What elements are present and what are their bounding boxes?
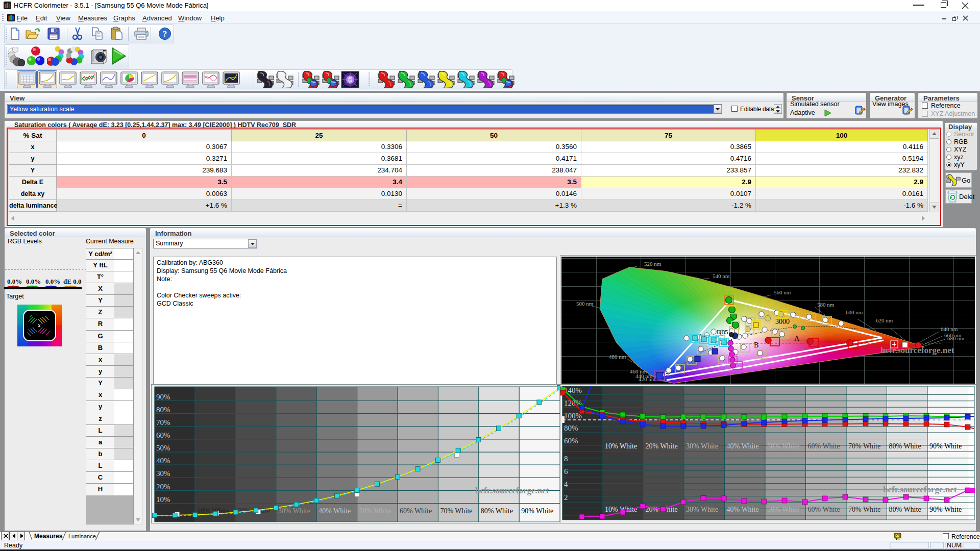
svg-text:6: 6 (564, 467, 568, 475)
svg-text:580 nm: 580 nm (817, 302, 835, 308)
svg-text:30% White: 30% White (278, 507, 310, 515)
svg-text:500 nm: 500 nm (576, 300, 594, 307)
svg-text:20% White: 20% White (646, 442, 678, 450)
svg-text:10%: 10% (156, 495, 170, 504)
svg-text:90%: 90% (156, 393, 170, 401)
svg-text:10% White: 10% White (605, 442, 637, 450)
svg-text:B: B (754, 341, 758, 349)
svg-text:640 nm: 640 nm (941, 326, 958, 332)
svg-text:50% White: 50% White (359, 507, 391, 515)
svg-text:2: 2 (564, 493, 568, 502)
svg-text:50% White: 50% White (767, 506, 799, 513)
svg-text:hcfr.sourceforge.net: hcfr.sourceforge.net (883, 485, 957, 494)
svg-text:60%: 60% (156, 431, 170, 439)
svg-text:40%: 40% (156, 457, 170, 465)
svg-text:680 nm: 680 nm (947, 335, 965, 341)
svg-text:60% White: 60% White (808, 506, 840, 513)
svg-text:?: ? (163, 29, 167, 39)
svg-text:80% White: 80% White (889, 442, 921, 450)
svg-text:70% White: 70% White (848, 506, 880, 513)
svg-text:420 nm: 420 nm (639, 376, 656, 382)
svg-text:Luminance: Luminance (68, 533, 96, 539)
svg-text:620 nm: 620 nm (876, 317, 893, 323)
svg-text:D65: D65 (717, 328, 728, 336)
svg-text:80% White: 80% White (481, 507, 513, 515)
svg-text:60% White: 60% White (400, 507, 432, 515)
svg-text:90% White: 90% White (929, 506, 962, 513)
svg-text:60% White: 60% White (808, 442, 840, 450)
svg-text:90% White: 90% White (929, 442, 962, 450)
svg-text:70%: 70% (156, 418, 170, 427)
svg-text:70% White: 70% White (440, 507, 472, 515)
svg-text:40% White: 40% White (727, 442, 759, 450)
svg-text:520 nm: 520 nm (644, 261, 662, 267)
svg-text:80%: 80% (156, 406, 170, 414)
svg-text:50% White: 50% White (767, 442, 799, 450)
svg-text:90% White: 90% White (521, 507, 553, 515)
svg-text:80%: 80% (564, 424, 578, 432)
svg-text:30%: 30% (156, 469, 170, 478)
svg-text:30% White: 30% White (686, 442, 718, 450)
svg-text:A: A (794, 335, 800, 342)
svg-text:8: 8 (564, 455, 568, 463)
svg-text:40% White: 40% White (727, 506, 759, 513)
svg-text:600 nm: 600 nm (846, 309, 863, 315)
svg-text:540 nm: 540 nm (713, 273, 730, 279)
svg-text:40% White: 40% White (318, 507, 351, 515)
svg-text:480 nm: 480 nm (609, 354, 626, 360)
svg-text:50%: 50% (156, 444, 170, 452)
svg-text:20%: 20% (156, 483, 170, 491)
svg-text:Measures: Measures (34, 533, 63, 540)
svg-text:4: 4 (564, 480, 568, 488)
svg-text:560 nm: 560 nm (774, 289, 791, 295)
svg-text:60%: 60% (564, 437, 578, 445)
svg-text:30% White: 30% White (686, 506, 718, 513)
svg-text:70% White: 70% White (848, 442, 880, 450)
svg-text:3000: 3000 (775, 318, 790, 325)
svg-text:hcfr.sourceforge.net: hcfr.sourceforge.net (475, 486, 549, 495)
svg-text:80% White: 80% White (889, 506, 921, 513)
